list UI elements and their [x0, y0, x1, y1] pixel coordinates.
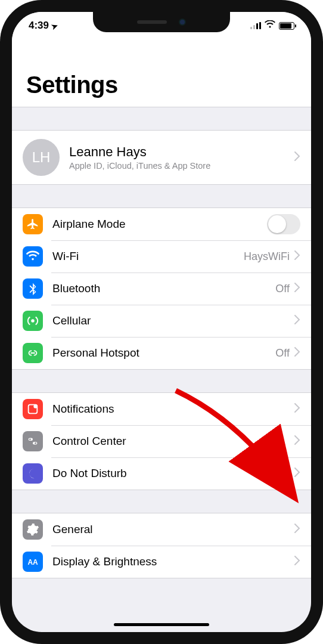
general-row[interactable]: General	[12, 513, 311, 546]
bluetooth-row[interactable]: Bluetooth Off	[12, 273, 311, 305]
alerts-group: Notifications Control Center Do Not Dist…	[12, 392, 311, 490]
airplane-toggle[interactable]	[267, 214, 300, 234]
control-center-label: Control Center	[52, 435, 294, 448]
chevron-right-icon	[294, 403, 300, 415]
chevron-right-icon	[294, 250, 300, 262]
profile-subtitle: Apple ID, iCloud, iTunes & App Store	[69, 161, 294, 171]
do-not-disturb-row[interactable]: Do Not Disturb	[12, 457, 311, 490]
chevron-right-icon	[294, 435, 300, 447]
chevron-right-icon	[294, 524, 300, 535]
wifi-label: Wi-Fi	[52, 250, 244, 263]
settings-scroll[interactable]: Settings LH Leanne Hays Apple ID, iCloud…	[12, 12, 311, 632]
hotspot-value: Off	[275, 347, 290, 360]
chevron-right-icon	[294, 315, 300, 327]
chevron-right-icon	[294, 467, 300, 479]
chevron-right-icon	[294, 347, 300, 359]
chevron-right-icon	[294, 283, 300, 295]
svg-point-5	[35, 442, 36, 444]
profile-name: Leanne Hays	[69, 144, 294, 160]
page-title: Settings	[26, 72, 297, 98]
gear-icon	[23, 519, 43, 540]
display-label: Display & Brightness	[52, 555, 294, 568]
apple-id-row[interactable]: LH Leanne Hays Apple ID, iCloud, iTunes …	[12, 131, 311, 184]
bluetooth-value: Off	[275, 283, 290, 295]
home-indicator[interactable]	[114, 623, 209, 626]
airplane-mode-row[interactable]: Airplane Mode	[12, 208, 311, 240]
dnd-label: Do Not Disturb	[52, 467, 294, 480]
screen: 4:39 ➤ Settings LH	[12, 12, 311, 632]
notch	[93, 12, 230, 32]
svg-point-1	[33, 404, 37, 408]
wifi-icon	[265, 20, 275, 32]
wifi-value: HaysWiFi	[244, 250, 290, 263]
control-center-icon	[23, 431, 43, 451]
hotspot-label: Personal Hotspot	[52, 346, 275, 360]
profile-group: LH Leanne Hays Apple ID, iCloud, iTunes …	[12, 130, 311, 185]
hotspot-icon	[23, 343, 43, 363]
cellular-icon	[23, 311, 43, 331]
cellular-label: Cellular	[52, 314, 294, 327]
cell-signal-icon	[250, 22, 261, 29]
location-icon: ➤	[50, 20, 59, 31]
avatar-icon: LH	[23, 139, 60, 176]
moon-icon	[23, 463, 43, 484]
display-icon: AA	[23, 552, 43, 572]
chevron-right-icon	[294, 151, 300, 163]
chevron-right-icon	[294, 556, 300, 568]
wifi-row[interactable]: Wi-Fi HaysWiFi	[12, 240, 311, 273]
notifications-label: Notifications	[52, 402, 294, 416]
battery-icon	[279, 22, 294, 30]
notifications-icon	[23, 399, 43, 419]
notifications-row[interactable]: Notifications	[12, 393, 311, 425]
svg-text:AA: AA	[27, 558, 38, 566]
svg-point-3	[29, 438, 31, 440]
bluetooth-label: Bluetooth	[52, 282, 275, 295]
connectivity-group: Airplane Mode Wi-Fi HaysWiFi Bluetooth	[12, 208, 311, 370]
airplane-label: Airplane Mode	[52, 218, 267, 231]
cellular-row[interactable]: Cellular	[12, 305, 311, 337]
control-center-row[interactable]: Control Center	[12, 425, 311, 457]
wifi-icon	[23, 246, 43, 267]
display-brightness-row[interactable]: AA Display & Brightness	[12, 546, 311, 578]
airplane-icon	[23, 214, 43, 234]
personal-hotspot-row[interactable]: Personal Hotspot Off	[12, 337, 311, 369]
status-time: 4:39	[29, 20, 49, 32]
device-frame: 4:39 ➤ Settings LH	[0, 0, 323, 644]
general-label: General	[52, 523, 294, 536]
general-group: General AA Display & Brightness	[12, 513, 311, 578]
bluetooth-icon	[23, 278, 43, 299]
